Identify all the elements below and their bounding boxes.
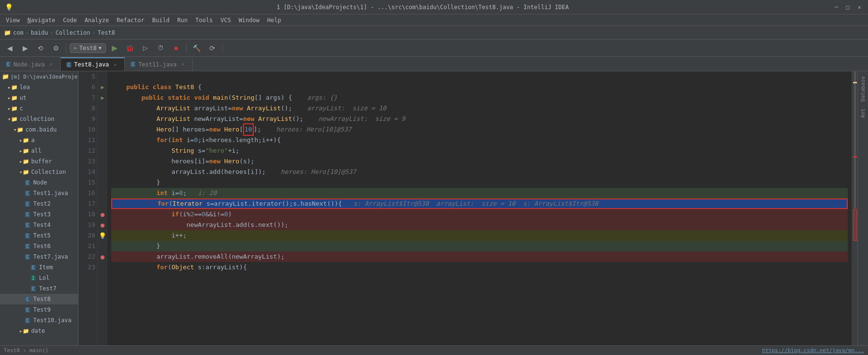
tab-test8-icon: C xyxy=(66,62,71,67)
status-breadcrumb: Test8 › main() xyxy=(4,347,49,354)
marker-line7: ▶ xyxy=(98,92,107,103)
sidebar-item-test10[interactable]: C Test10.java xyxy=(0,315,78,326)
bc-collection[interactable]: Collection xyxy=(55,29,90,36)
sidebar-item-test1[interactable]: C Test1.java xyxy=(0,188,78,198)
sidebar-item-a[interactable]: ▸📁 a xyxy=(0,135,78,145)
tab-test8-close[interactable]: × xyxy=(112,61,118,68)
sidebar-date-label: date xyxy=(31,328,45,334)
menu-help[interactable]: Help xyxy=(263,16,285,25)
sidebar-item-buffer[interactable]: ▸📁 buffer xyxy=(0,156,78,167)
sidebar-c-label: c xyxy=(20,105,23,112)
sidebar-item-test6[interactable]: C Test6 xyxy=(0,241,78,251)
sidebar-test9-label: Test9 xyxy=(33,306,51,313)
toolbar: ◀ ▶ ⟲ ⚙ ▶ Test8 ▼ ▶ 🐞 ▷ ⏱ ■ 🔨 ⟳ xyxy=(0,39,868,57)
sidebar-item-test2[interactable]: C Test2 xyxy=(0,198,78,209)
menu-window[interactable]: Window xyxy=(235,16,263,25)
status-url[interactable]: https://blog.csdn.net/java/mn... xyxy=(762,347,864,354)
interface-lol-icon: I xyxy=(31,276,36,281)
menu-analyze[interactable]: Analyze xyxy=(81,16,113,25)
rebuild-button[interactable]: ⟳ xyxy=(206,41,219,55)
tabs-bar: C Node.java × C Test8.java × C Test11.ja… xyxy=(0,57,868,71)
sidebar-item-collection-top[interactable]: ▾📁 collection xyxy=(0,114,78,124)
right-tab-ant[interactable]: Ant xyxy=(859,105,867,121)
sidebar-item-c[interactable]: ▸📁 c xyxy=(0,103,78,114)
marker-line6: ▶ xyxy=(98,82,107,92)
sidebar-item-item[interactable]: C Item xyxy=(0,262,78,273)
sidebar-item-lol[interactable]: I Lol xyxy=(0,273,78,283)
code-line-12: String s="hero"+i; xyxy=(111,145,848,156)
build-button[interactable]: 🔨 xyxy=(190,41,204,55)
run-config-selector[interactable]: ▶ Test8 ▼ xyxy=(70,43,106,53)
sidebar-item-date[interactable]: ▸📁 date xyxy=(0,326,78,336)
class-test7-icon: C xyxy=(31,286,36,291)
right-gutter xyxy=(852,71,857,345)
menu-view[interactable]: View xyxy=(2,16,24,25)
run-button[interactable]: ▶ xyxy=(108,41,121,55)
bc-folder-icon: 📁 xyxy=(4,29,11,36)
menu-build[interactable]: Build xyxy=(148,16,173,25)
run-config-dropdown-icon: ▼ xyxy=(99,45,102,51)
menu-tools[interactable]: Tools xyxy=(192,16,217,25)
menu-code[interactable]: Code xyxy=(59,16,81,25)
sidebar-item-ut[interactable]: ▸📁 ut xyxy=(0,92,78,103)
tab-test11-close[interactable]: × xyxy=(180,61,186,68)
sidebar-item-com-baidu[interactable]: ▾📁 com.baidu xyxy=(0,124,78,135)
coverage-button[interactable]: ▷ xyxy=(139,41,152,55)
sidebar-item-test7[interactable]: C Test7 xyxy=(0,283,78,294)
class-test6-icon: C xyxy=(25,244,30,249)
sidebar-item-lea[interactable]: ▸📁 lea xyxy=(0,82,78,92)
bc-baidu[interactable]: baidu xyxy=(31,29,48,36)
code-line-21: } xyxy=(111,241,848,251)
tab-test11-java[interactable]: C Test11.java × xyxy=(125,57,193,71)
menu-refactor[interactable]: Refactor xyxy=(113,16,148,25)
menu-run[interactable]: Run xyxy=(173,16,192,25)
tab-node-java[interactable]: C Node.java × xyxy=(0,57,61,71)
sidebar-item-test5[interactable]: C Test5 xyxy=(0,230,78,241)
sidebar-item-all[interactable]: ▸📁 all xyxy=(0,145,78,156)
code-area[interactable]: public class Test8 { public static void … xyxy=(107,71,852,345)
right-tab-database[interactable]: Database xyxy=(859,73,867,105)
toolbar-forward-button[interactable]: ▶ xyxy=(18,41,32,55)
sidebar-collection-top-label: collection xyxy=(20,116,54,122)
tab-test8-java[interactable]: C Test8.java × xyxy=(61,57,125,71)
maximize-button[interactable]: □ xyxy=(844,3,852,11)
toolbar-recent-button[interactable]: ⟲ xyxy=(34,41,47,55)
sidebar-test5-label: Test5 xyxy=(33,232,51,239)
folder-lea-icon: ▸📁 xyxy=(8,84,18,91)
sidebar-item-test9[interactable]: C Test9 xyxy=(0,304,78,315)
code-line-15: } xyxy=(111,177,848,188)
sidebar-item-test4[interactable]: C Test4 xyxy=(0,220,78,230)
project-root-icon: 📁 xyxy=(2,73,9,80)
breadcrumb: 📁 com › baidu › Collection › Test8 xyxy=(0,26,868,39)
sidebar-item-node[interactable]: C Node xyxy=(0,177,78,188)
class-test1-icon: C xyxy=(25,191,30,196)
gutter-warning-mark xyxy=(853,82,857,83)
class-test4-icon: C xyxy=(25,223,30,228)
folder-collection-icon: ▾📁 xyxy=(19,169,29,175)
sidebar-item-test3[interactable]: C Test3 xyxy=(0,209,78,220)
toolbar-settings-button[interactable]: ⚙ xyxy=(49,41,63,55)
bc-test8[interactable]: Test8 xyxy=(98,29,115,36)
menu-navigate[interactable]: Navigate xyxy=(24,16,59,25)
scroll-thumb[interactable] xyxy=(854,71,856,209)
tab-test11-icon: C xyxy=(130,62,135,67)
code-line-9: ArrayList newArrayList=new ArrayList(); … xyxy=(111,114,848,124)
sidebar-lea-label: lea xyxy=(20,84,30,91)
sidebar-item-collection[interactable]: ▾📁 Collection xyxy=(0,167,78,177)
menu-vcs[interactable]: VCS xyxy=(217,16,235,25)
stop-button[interactable]: ■ xyxy=(169,41,183,55)
tab-test8-label: Test8.java xyxy=(74,61,109,68)
debug-button[interactable]: 🐞 xyxy=(123,41,137,55)
profile-button[interactable]: ⏱ xyxy=(154,41,168,55)
close-button[interactable]: ✕ xyxy=(855,3,863,11)
sidebar-project-root[interactable]: 📁 [m] D:\java\IdeaProjects xyxy=(0,71,78,82)
bc-com[interactable]: com xyxy=(13,29,24,36)
app-logo: 💡 xyxy=(5,3,13,11)
title-bar: 💡 1 [D:\java\IdeaProjects\1] - ...\src\c… xyxy=(0,0,868,14)
sidebar-item-test8[interactable]: C Test8 xyxy=(0,294,78,304)
code-line-22: arrayList.removeAll(newArrayList); xyxy=(111,251,848,262)
toolbar-back-button[interactable]: ◀ xyxy=(3,41,16,55)
tab-node-close[interactable]: × xyxy=(48,61,54,68)
minimize-button[interactable]: ─ xyxy=(832,3,840,11)
sidebar-item-test7-java[interactable]: C Test7.java xyxy=(0,251,78,262)
